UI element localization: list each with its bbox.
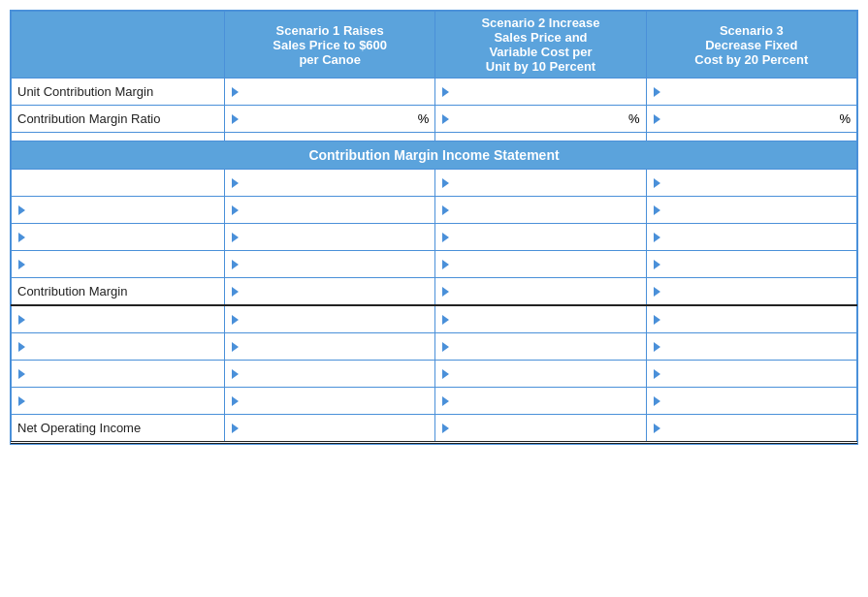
noi-field-2[interactable] xyxy=(453,419,639,437)
income-input-3b[interactable] xyxy=(435,224,646,251)
fixed-input-2b[interactable] xyxy=(435,333,646,361)
income-field-1a[interactable] xyxy=(242,173,429,192)
income-field-4c[interactable] xyxy=(664,255,851,273)
fixed-input-3a[interactable] xyxy=(225,361,435,388)
arrow-icon-noi1 xyxy=(232,424,239,433)
fixed-field-1c[interactable] xyxy=(664,310,851,329)
ucm-field-3[interactable] xyxy=(664,82,851,101)
arrow-icon-cm2 xyxy=(442,287,449,297)
income-label-field-2[interactable] xyxy=(29,201,218,219)
fixed-field-4a[interactable] xyxy=(242,392,429,410)
arrow-icon-f3c xyxy=(654,369,660,379)
fixed-label-field-2[interactable] xyxy=(29,337,218,356)
income-label-3[interactable] xyxy=(12,224,225,251)
cmr-field-3[interactable] xyxy=(664,110,838,128)
fixed-field-2b[interactable] xyxy=(453,337,639,356)
fixed-input-1a[interactable] xyxy=(225,305,435,333)
income-input-3c[interactable] xyxy=(646,224,856,251)
income-field-4a[interactable] xyxy=(242,255,429,273)
income-input-3a[interactable] xyxy=(225,224,435,251)
cm-field-1[interactable] xyxy=(242,282,429,300)
fixed-input-4a[interactable] xyxy=(225,388,435,415)
noi-input-3[interactable] xyxy=(646,415,856,443)
income-field-3c[interactable] xyxy=(664,228,851,246)
income-input-2a[interactable] xyxy=(225,197,435,224)
arrow-icon-cm3 xyxy=(654,287,660,297)
fixed-field-4b[interactable] xyxy=(453,392,639,410)
income-field-4b[interactable] xyxy=(453,255,639,273)
ucm-input-1[interactable] xyxy=(225,79,435,106)
noi-field-3[interactable] xyxy=(664,419,851,437)
income-input-1c[interactable] xyxy=(646,170,856,197)
arrow-icon-noi2 xyxy=(442,424,449,433)
ucm-field-2[interactable] xyxy=(453,82,639,101)
fixed-field-2a[interactable] xyxy=(242,337,429,356)
fixed-field-3b[interactable] xyxy=(453,364,639,383)
arrow-icon-flabel2 xyxy=(18,342,25,352)
fixed-field-3a[interactable] xyxy=(242,364,429,383)
noi-input-1[interactable] xyxy=(225,415,435,443)
fixed-input-3c[interactable] xyxy=(646,361,856,388)
income-input-1a[interactable] xyxy=(225,170,435,197)
fixed-input-2a[interactable] xyxy=(225,333,435,361)
fixed-input-1b[interactable] xyxy=(435,305,646,333)
income-input-4b[interactable] xyxy=(435,251,646,278)
income-input-1b[interactable] xyxy=(435,170,646,197)
income-label-field-4[interactable] xyxy=(29,255,218,273)
fixed-label-4[interactable] xyxy=(12,388,225,415)
noi-input-2[interactable] xyxy=(435,415,646,443)
fixed-input-3b[interactable] xyxy=(435,361,646,388)
fixed-label-field-4[interactable] xyxy=(29,392,218,410)
income-label-4[interactable] xyxy=(12,251,225,278)
cmr-field-1[interactable] xyxy=(242,110,416,128)
ucm-input-2[interactable] xyxy=(435,79,646,106)
fixed-label-field-1[interactable] xyxy=(29,310,218,329)
income-input-4c[interactable] xyxy=(646,251,856,278)
income-field-2b[interactable] xyxy=(453,201,639,219)
fixed-field-1b[interactable] xyxy=(453,310,639,329)
income-input-4a[interactable] xyxy=(225,251,435,278)
fixed-field-2c[interactable] xyxy=(664,337,851,356)
fixed-input-4c[interactable] xyxy=(646,388,856,415)
income-label-2[interactable] xyxy=(12,197,225,224)
income-field-1b[interactable] xyxy=(453,173,639,192)
net-operating-income-row: Net Operating Income xyxy=(12,415,857,443)
cm-input-3[interactable] xyxy=(646,278,856,306)
fixed-field-4c[interactable] xyxy=(664,392,851,410)
cmr-field-2[interactable] xyxy=(453,110,627,128)
income-label-field-3[interactable] xyxy=(29,228,218,246)
income-field-1c[interactable] xyxy=(664,173,851,192)
cm-input-1[interactable] xyxy=(225,278,435,306)
income-field-3a[interactable] xyxy=(242,228,429,246)
income-field-3b[interactable] xyxy=(453,228,639,246)
fixed-input-4b[interactable] xyxy=(435,388,646,415)
ucm-input-3[interactable] xyxy=(646,79,856,106)
income-field-2c[interactable] xyxy=(664,201,851,219)
cm-input-2[interactable] xyxy=(435,278,646,306)
noi-field-1[interactable] xyxy=(242,419,429,437)
unit-contribution-margin-label: Unit Contribution Margin xyxy=(12,79,225,106)
spacer-1-col3 xyxy=(646,133,856,141)
income-input-2c[interactable] xyxy=(646,197,856,224)
cmr-input-2[interactable]: % xyxy=(435,106,646,133)
fixed-field-3c[interactable] xyxy=(664,364,851,383)
fixed-label-field-3[interactable] xyxy=(29,364,218,383)
arrow-icon-i4b xyxy=(442,260,449,269)
fixed-input-2c[interactable] xyxy=(646,333,856,361)
cmr-input-1[interactable]: % xyxy=(225,106,435,133)
fixed-input-1c[interactable] xyxy=(646,305,856,333)
income-field-2a[interactable] xyxy=(242,201,429,219)
arrow-icon-i4c xyxy=(654,260,660,269)
arrow-icon-f4c xyxy=(654,396,660,406)
fixed-field-1a[interactable] xyxy=(242,310,429,329)
ucm-field-1[interactable] xyxy=(242,82,429,101)
fixed-label-2[interactable] xyxy=(12,333,225,361)
fixed-label-1[interactable] xyxy=(12,305,225,333)
header-col3: Scenario 3Decrease FixedCost by 20 Perce… xyxy=(646,12,856,79)
fixed-label-3[interactable] xyxy=(12,361,225,388)
income-input-2b[interactable] xyxy=(435,197,646,224)
cm-field-3[interactable] xyxy=(664,282,851,300)
cmr-input-3[interactable]: % xyxy=(646,106,856,133)
arrow-icon-f2c xyxy=(654,342,660,352)
cm-field-2[interactable] xyxy=(453,282,639,300)
